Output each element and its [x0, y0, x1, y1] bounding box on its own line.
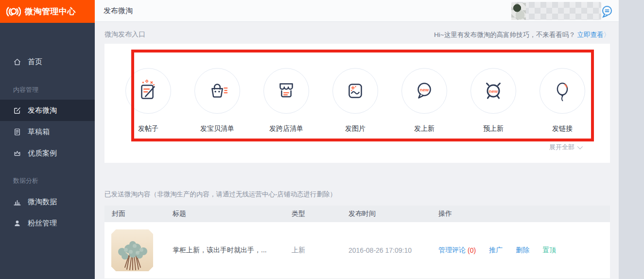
bag-icon: [204, 78, 230, 104]
table-header: 封面 标题 类型 发布时间 操作: [104, 206, 610, 222]
column-type: 类型: [292, 209, 305, 218]
sidebar: 微淘管理中心 首页 内容管理 发布微淘 草稿箱 优质案例 数据分析: [0, 0, 95, 279]
sidebar-item-label: 微淘数据: [28, 197, 57, 207]
entry-label: 发链接: [552, 124, 573, 133]
alarm-new-icon: new: [480, 78, 506, 104]
cover-thumbnail: [111, 229, 153, 271]
svg-text:new: new: [489, 88, 498, 94]
column-title: 标题: [173, 209, 186, 218]
sidebar-item-drafts[interactable]: 草稿箱: [0, 121, 95, 142]
sidebar-item-label: 草稿箱: [28, 127, 50, 137]
app-title: 微淘管理中心: [25, 6, 76, 17]
chevron-right-icon: 〉: [604, 31, 610, 38]
entry-circle: new: [470, 68, 516, 114]
top-header: 发布微淘: [95, 0, 619, 22]
sent-content-table: 封面 标题 类型 发布时间 操作: [104, 206, 610, 279]
entry-circle: [332, 68, 378, 114]
document-icon: [13, 128, 21, 136]
sidebar-item-fans[interactable]: 粉丝管理: [0, 212, 95, 234]
feedback-chat-button[interactable]: [600, 5, 614, 18]
entry-picture[interactable]: 发图片: [321, 68, 390, 133]
sent-section-title: 已发送微淘内容（非微淘生产的内容，请通过无线运营中心-店铺动态进行删除）: [104, 190, 336, 199]
sidebar-item-publish[interactable]: 发布微淘: [0, 100, 95, 121]
app-logo[interactable]: 微淘管理中心: [0, 0, 95, 23]
expand-all-button[interactable]: 展开全部: [549, 143, 581, 152]
sidebar-item-cases[interactable]: 优质案例: [0, 142, 95, 164]
main-content: 微淘发布入口 Hi~这里有发布微淘的高富帅技巧，不来看看吗？ 立即查看〉: [95, 22, 619, 279]
row-actions: 管理评论 (0) 推广 删除 置顶: [438, 246, 556, 255]
promo-text: Hi~这里有发布微淘的高富帅技巧，不来看看吗？: [434, 31, 575, 38]
pin-top-link[interactable]: 置顶: [542, 246, 556, 255]
chat-new-icon: new: [411, 78, 437, 104]
promo-banner: Hi~这里有发布微淘的高富帅技巧，不来看看吗？ 立即查看〉: [434, 31, 610, 39]
column-actions: 操作: [438, 209, 452, 218]
entry-pre-new-arrival[interactable]: new 预上新: [459, 68, 528, 133]
avatar: [511, 3, 526, 20]
row-title: 掌柜上新，该出手时就出手，...: [173, 246, 267, 255]
home-icon: [13, 58, 21, 66]
entry-link[interactable]: 发链接: [528, 68, 597, 133]
row-type: 上新: [292, 246, 305, 255]
sidebar-item-label: 发布微淘: [28, 106, 57, 115]
entry-label: 发宝贝清单: [200, 124, 234, 133]
chevron-down-icon: [577, 144, 583, 149]
column-publish-time: 发布时间: [348, 209, 376, 218]
entry-post[interactable]: 发帖子: [114, 68, 183, 133]
comment-count: (0): [468, 246, 476, 254]
entry-circle: [263, 68, 309, 114]
sidebar-section-data: 数据分析: [0, 176, 95, 186]
entry-circle: [194, 68, 240, 114]
promo-view-now-link[interactable]: 立即查看: [577, 31, 604, 38]
svg-text:new: new: [420, 87, 429, 92]
publish-entries-card: 发帖子 发宝贝清单: [104, 44, 610, 163]
entry-circle: new: [401, 68, 447, 114]
edit-square-icon: [13, 106, 21, 115]
user-icon: [13, 219, 21, 227]
picture-icon: [342, 78, 368, 104]
post-icon: [135, 78, 161, 104]
broadcast-logo-icon: [6, 5, 21, 18]
entry-label: 发跨店清单: [269, 124, 303, 133]
sidebar-item-home[interactable]: 首页: [0, 51, 95, 72]
entry-section-title: 微淘发布入口: [104, 30, 145, 39]
row-publish-time: 2016-08-26 17:09:10: [348, 246, 412, 254]
entry-cross-store-list[interactable]: 发跨店清单: [252, 68, 321, 133]
sidebar-item-label: 粉丝管理: [28, 219, 57, 228]
crown-icon: [13, 149, 21, 157]
bar-chart-icon: [13, 198, 21, 206]
sidebar-item-label: 优质案例: [28, 149, 57, 158]
column-cover: 封面: [112, 209, 125, 218]
page-title: 发布微淘: [104, 6, 133, 16]
entry-label: 预上新: [483, 124, 504, 133]
publish-entries-row: 发帖子 发宝贝清单: [114, 68, 597, 133]
user-account-censored[interactable]: [511, 2, 601, 20]
entry-label: 发帖子: [138, 124, 158, 133]
shop-icon: [273, 78, 299, 104]
entry-new-arrival[interactable]: new 发上新: [390, 68, 459, 133]
sidebar-item-weitao-data[interactable]: 微淘数据: [0, 191, 95, 212]
promote-link[interactable]: 推广: [489, 246, 503, 255]
entry-label: 发图片: [345, 124, 366, 133]
table-row: 掌柜上新，该出手时就出手，... 上新 2016-08-26 17:09:10 …: [104, 222, 610, 279]
sidebar-item-label: 首页: [28, 57, 42, 67]
sidebar-section-content: 内容管理: [0, 85, 95, 95]
balloon-icon: [549, 78, 575, 104]
entry-label: 发上新: [414, 124, 435, 133]
entry-circle: [125, 68, 171, 114]
entry-circle: [540, 68, 585, 114]
delete-link[interactable]: 删除: [516, 246, 529, 255]
right-edge-panel: [619, 0, 644, 279]
manage-comments-link[interactable]: 管理评论: [438, 246, 466, 255]
entry-item-list[interactable]: 发宝贝清单: [183, 68, 252, 133]
flowers-image: [111, 229, 153, 271]
chat-bubble-icon: [600, 5, 614, 18]
